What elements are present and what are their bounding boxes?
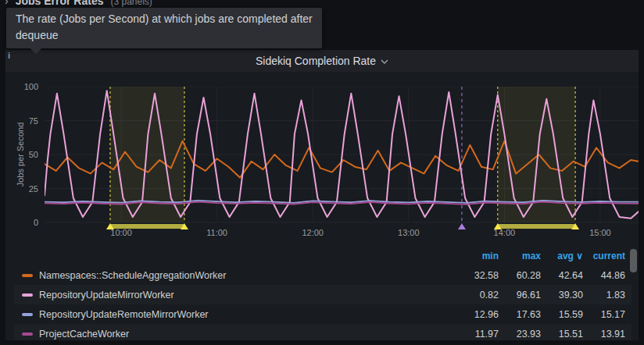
panel-description-tooltip: The rate (Jobs per Second) at which jobs… [6, 8, 322, 48]
y-tick-label: 25 [7, 184, 38, 194]
series-name[interactable]: RepositoryUpdateMirrorWorker [39, 290, 456, 301]
series-name[interactable]: ProjectCacheWorker [39, 329, 456, 340]
y-tick-label: 50 [7, 150, 38, 159]
series-current-value: 44.86 [583, 270, 625, 281]
legend-rows: Namespaces::ScheduleAggregationWorker32.… [14, 265, 631, 340]
legend-column-header-avg[interactable]: avg ∨ [541, 251, 583, 261]
series-max-value: 96.61 [499, 290, 541, 301]
collapsed-row-header[interactable]: › Jobs Error Rates (3 panels) [5, 0, 152, 7]
series-max-value: 60.28 [499, 270, 541, 281]
series-max-value: 17.63 [499, 309, 541, 320]
series-min-value: 32.58 [456, 270, 499, 281]
legend-row: RepositoryUpdateMirrorWorker0.8296.6139.… [14, 285, 631, 304]
series-avg-value: 39.30 [541, 290, 583, 301]
sidekiq-completion-rate-panel: i Sidekiq Completion Rate Jobs per Secon… [5, 50, 639, 340]
series-name[interactable]: Namespaces::ScheduleAggregationWorker [39, 270, 456, 281]
series-color-dash-icon[interactable] [22, 274, 33, 277]
legend-row: ProjectCacheWorker11.9723.9315.5113.91 [14, 324, 631, 340]
series-color-dash-icon[interactable] [22, 313, 33, 316]
legend-column-header-max[interactable]: max [499, 251, 541, 261]
legend-column-header-current[interactable]: current [583, 251, 625, 261]
legend-row: RepositoryUpdateRemoteMirrorWorker12.961… [14, 304, 631, 324]
y-tick-label: 100 [7, 82, 38, 91]
series-avg-value: 15.51 [541, 329, 583, 340]
panel-title: Sidekiq Completion Rate [256, 55, 376, 67]
series-current-value: 15.17 [583, 309, 625, 320]
series-name[interactable]: RepositoryUpdateRemoteMirrorWorker [39, 309, 456, 320]
series-max-value: 23.93 [499, 329, 541, 340]
legend-row: Namespaces::ScheduleAggregationWorker32.… [14, 265, 631, 285]
y-tick-label: 75 [7, 116, 38, 126]
tooltip-text: The rate (Jobs per Second) at which jobs… [16, 12, 313, 41]
legend-header-row: minmaxavg ∨current [14, 247, 631, 265]
legend-scrollbar-thumb[interactable] [630, 249, 637, 272]
annotation-region-bar [498, 224, 575, 229]
series-min-value: 12.96 [456, 309, 499, 320]
series-current-value: 13.91 [583, 329, 625, 340]
series-color-dash-icon[interactable] [22, 333, 33, 336]
panel-info-icon[interactable]: i [8, 51, 19, 62]
annotation-line-marker [458, 223, 466, 229]
series-color-dash-icon[interactable] [22, 293, 33, 297]
series-min-value: 0.82 [456, 290, 499, 301]
collapsed-row-title: Jobs Error Rates [16, 0, 104, 7]
panel-menu-chevron-icon [381, 59, 388, 64]
dashboard-stage: › Jobs Error Rates (3 panels) The rate (… [0, 0, 644, 345]
series-min-value: 11.97 [456, 329, 499, 340]
panel-header[interactable]: Sidekiq Completion Rate [5, 50, 639, 72]
y-tick-label: 0 [7, 218, 38, 227]
series-current-value: 1.83 [583, 290, 625, 301]
annotation-region-bar [110, 224, 184, 229]
collapsed-row-panel-count: (3 panels) [111, 0, 152, 7]
chart-plot[interactable] [45, 87, 639, 231]
series-avg-value: 15.59 [541, 309, 583, 320]
row-expand-chevron-icon: › [5, 0, 9, 7]
legend-table: minmaxavg ∨current Namespaces::ScheduleA… [14, 247, 631, 340]
series-avg-value: 42.64 [541, 270, 583, 281]
legend-column-header-min[interactable]: min [456, 251, 499, 261]
